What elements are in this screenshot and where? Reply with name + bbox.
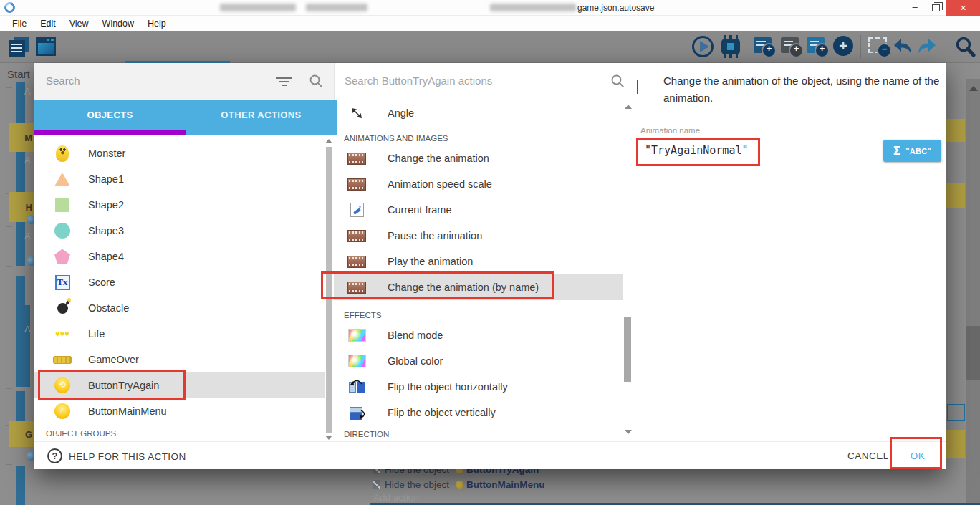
bomb-icon	[57, 303, 68, 314]
object-list-item[interactable]: Shape2	[34, 192, 325, 218]
menu-help[interactable]: Help	[141, 19, 173, 29]
object-name: GameOver	[88, 347, 139, 372]
home-button-icon: ⌂	[54, 403, 70, 419]
object-list-item[interactable]: ♥♥♥ Life	[34, 321, 325, 347]
action-list-item[interactable]: Current frame	[334, 197, 623, 223]
object-name: Obstacle	[88, 295, 129, 321]
action-list-item[interactable]: Change the animation	[334, 145, 623, 171]
annotation-box-ok-button	[890, 437, 942, 469]
action-list-item[interactable]: Angle	[334, 100, 623, 126]
annotation-box-change-animation-by-name	[321, 271, 554, 299]
expression-editor-button[interactable]: Σ "ABC"	[883, 140, 941, 162]
action-list-item[interactable]: Flip the object horizontally	[334, 374, 623, 400]
angle-icon	[345, 100, 369, 126]
current-frame-icon	[350, 203, 364, 217]
debug-icon[interactable]	[721, 35, 740, 58]
object-name: Shape2	[88, 192, 124, 218]
menu-file[interactable]: File	[6, 19, 34, 29]
tab-objects[interactable]: OBJECTS	[34, 100, 186, 135]
help-link[interactable]: HELP FOR THIS ACTION	[69, 451, 186, 462]
condition-block	[946, 430, 965, 458]
scroll-up-arrow[interactable]	[625, 105, 632, 109]
action-label: Flip the object vertically	[388, 400, 496, 425]
object-list-item[interactable]: Shape1	[34, 166, 325, 192]
object-list-item[interactable]: Shape3	[34, 218, 325, 244]
action-label: Angle	[388, 100, 414, 126]
object-list-item[interactable]: Tx Score	[34, 269, 325, 295]
object-list-item[interactable]: Obstacle	[34, 295, 325, 321]
events-scrollbar-track[interactable]	[966, 79, 980, 505]
panel-tabs: OBJECTS OTHER ACTIONS	[34, 100, 337, 135]
blurred-title-segment	[220, 4, 296, 11]
undo-icon[interactable]	[893, 38, 912, 54]
scene-editor-icon[interactable]	[36, 37, 56, 56]
toolbar-separator	[749, 35, 749, 58]
search-icon[interactable]	[610, 74, 625, 88]
add-hint: A	[24, 231, 31, 241]
scroll-down-arrow[interactable]	[625, 430, 632, 434]
gdevelop-window: game.json.autosave – ✕ File Edit View Wi…	[0, 0, 980, 505]
help-icon[interactable]: ?	[47, 448, 62, 463]
scroll-down-arrow[interactable]	[325, 436, 332, 440]
actions-search-field[interactable]: Search ButtonTryAgain actions	[334, 63, 635, 100]
blurred-title-segment	[306, 4, 368, 11]
add-action-link[interactable]: Add action	[373, 492, 419, 503]
close-button[interactable]: ✕	[946, 0, 980, 16]
object-name: Monster	[88, 140, 125, 166]
event-bar	[16, 305, 30, 387]
field-label: Animation name	[640, 126, 700, 135]
scroll-up-arrow[interactable]	[325, 139, 332, 143]
menu-view[interactable]: View	[63, 19, 96, 29]
object-list-item[interactable]: Shape4	[34, 244, 325, 269]
menu-edit[interactable]: Edit	[34, 19, 63, 29]
search-icon[interactable]	[309, 74, 323, 88]
add-event-icon[interactable]	[754, 37, 772, 53]
animation-icon	[347, 178, 366, 191]
minimize-button[interactable]: –	[904, 0, 926, 16]
add-circle-icon[interactable]	[833, 36, 853, 56]
add-comment-icon[interactable]	[807, 37, 825, 53]
scroll-up-arrow[interactable]	[969, 86, 978, 91]
filter-icon[interactable]	[276, 77, 292, 87]
redo-icon[interactable]	[918, 38, 937, 54]
hearts-icon: ♥♥♥	[55, 330, 69, 338]
maximize-button[interactable]	[932, 4, 940, 11]
project-manager-icon[interactable]	[9, 37, 30, 57]
flip-vertical-icon	[349, 405, 365, 420]
add-hint: A	[24, 155, 31, 165]
tab-other-actions[interactable]: OTHER ACTIONS	[186, 100, 337, 135]
search-placeholder: Search ButtonTryAgain actions	[345, 74, 492, 87]
condition-block: G	[9, 421, 34, 447]
delete-event-icon[interactable]	[868, 37, 887, 53]
actions-scrollbar-thumb[interactable]	[624, 317, 631, 382]
objects-search-field[interactable]: Search	[34, 63, 334, 100]
action-list-item[interactable]: Animation speed scale	[334, 171, 623, 197]
object-name: ButtonMainMenu	[88, 398, 167, 424]
play-icon[interactable]	[692, 36, 714, 57]
circle-icon	[54, 223, 70, 239]
action-label: Flip the object horizontally	[388, 374, 508, 400]
add-subevent-icon[interactable]	[781, 37, 799, 53]
events-scrollbar-thumb[interactable]	[966, 326, 980, 380]
window-title: game.json.autosave	[577, 3, 654, 13]
cancel-button[interactable]: CANCEL	[842, 446, 894, 466]
action-list-item[interactable]: Play the animation	[334, 249, 623, 274]
event-action-row[interactable]: Hide the object ButtonMainMenu	[373, 478, 545, 491]
object-thumbnail-icon	[456, 481, 463, 489]
action-list-item[interactable]: Flip the object vertically	[334, 400, 623, 425]
object-list-item[interactable]: Monster	[34, 140, 325, 166]
object-name: Life	[88, 321, 105, 347]
action-list-item[interactable]: Blend mode	[334, 322, 623, 348]
menu-window[interactable]: Window	[96, 19, 141, 29]
search-icon[interactable]	[954, 36, 976, 57]
tree-tick	[6, 266, 12, 267]
object-list-item[interactable]: GameOver	[34, 347, 325, 372]
tree-tick	[6, 388, 12, 389]
action-list-item[interactable]: Global color	[334, 348, 623, 374]
object-list-item[interactable]: ⌂ ButtonMainMenu	[34, 398, 325, 424]
section-header: DIRECTION	[334, 425, 623, 441]
text-object-icon: Tx	[55, 275, 70, 290]
active-tab-underline	[34, 130, 186, 135]
action-list-item[interactable]: Pause the animation	[334, 223, 623, 249]
tree-tick	[6, 122, 12, 122]
